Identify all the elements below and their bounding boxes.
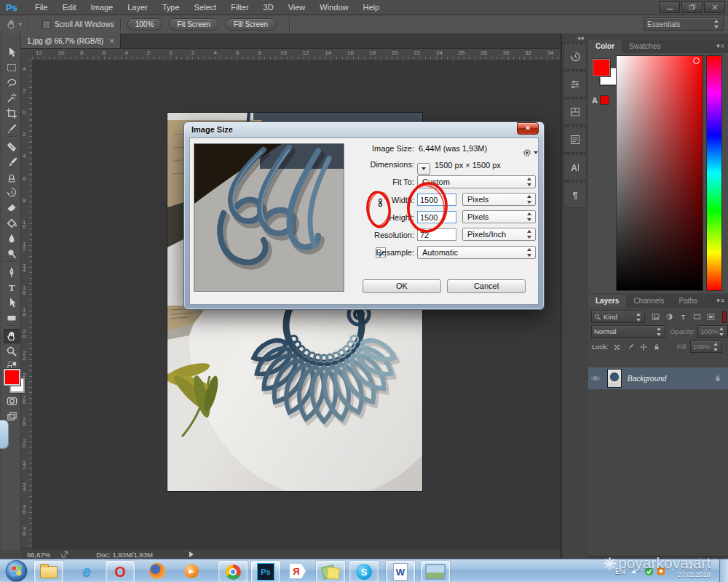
restore-button[interactable] (681, 1, 703, 13)
menu-3d[interactable]: 3D (256, 3, 281, 12)
menu-layer[interactable]: Layer (120, 3, 155, 12)
taskbar-word[interactable]: W (386, 561, 415, 582)
menu-type[interactable]: Type (155, 3, 187, 12)
lock-position-icon[interactable] (639, 343, 648, 351)
move-tool[interactable] (4, 45, 20, 60)
quick-mask-button[interactable] (4, 394, 20, 408)
resample-dropdown[interactable]: Automatic (417, 246, 536, 259)
minimize-button[interactable] (659, 1, 680, 13)
cancel-button[interactable]: Cancel (447, 279, 526, 293)
paint-bucket-tool[interactable] (4, 216, 20, 231)
zoom-level[interactable]: 66,67% (27, 551, 50, 559)
dimensions-dropdown-button[interactable] (417, 163, 430, 175)
brush-tool[interactable] (4, 155, 20, 170)
adjustment-layers-filter-icon[interactable] (665, 312, 674, 322)
workspace-selector[interactable]: Essentials (644, 17, 724, 31)
foreground-color-swatch[interactable] (4, 369, 20, 386)
menu-filter[interactable]: Filter (223, 3, 256, 12)
menu-file[interactable]: File (28, 3, 55, 12)
menu-select[interactable]: Select (187, 3, 224, 12)
image-preview[interactable] (194, 143, 344, 292)
menu-edit[interactable]: Edit (55, 3, 84, 12)
panel-icon-character[interactable]: A (563, 153, 587, 180)
doc-size[interactable]: Doc: 1,93M/1,93M (96, 551, 153, 559)
blend-mode-dropdown[interactable]: Normal (591, 325, 665, 338)
eyedropper-tool[interactable] (4, 121, 20, 136)
tray-clock[interactable]: 13:07 27.01.2018 (671, 563, 716, 579)
language-indicator[interactable]: EN (615, 567, 625, 575)
panel-menu-icon[interactable]: ▾≡ (716, 297, 725, 304)
shape-tool[interactable] (4, 311, 20, 325)
saturation-brightness-field[interactable] (616, 55, 703, 291)
gear-icon[interactable] (522, 148, 538, 158)
taskbar-yandex[interactable]: Я (284, 561, 312, 581)
dock-collapse-icon[interactable]: ◂◂ (574, 34, 587, 41)
panel-icon-info[interactable] (563, 97, 587, 125)
panel-icon-paragraph[interactable]: ¶ (563, 180, 587, 208)
screen-edge-widget[interactable] (0, 420, 9, 449)
panel-icon-history[interactable] (563, 42, 587, 70)
layer-filter-dropdown[interactable]: Kind (591, 311, 645, 323)
ok-button[interactable]: OK (363, 279, 441, 293)
panel-menu-icon[interactable]: ▾≡ (716, 42, 725, 49)
tab-close-icon[interactable]: × (109, 36, 114, 45)
zoom-100-button[interactable]: 100% (127, 18, 162, 31)
dodge-tool[interactable] (4, 247, 20, 261)
type-tool[interactable]: T (4, 280, 20, 295)
layer-thumbnail[interactable] (607, 369, 622, 388)
lasso-tool[interactable] (4, 76, 20, 90)
share-icon[interactable] (60, 551, 68, 559)
tab-paths[interactable]: Paths (672, 295, 705, 308)
dialog-close-button[interactable]: ✕ (517, 122, 539, 135)
status-arrow-icon[interactable] (189, 551, 194, 557)
taskbar-photoshop[interactable]: Ps (251, 561, 280, 582)
shape-layers-filter-icon[interactable] (692, 312, 702, 322)
color-picker-marker[interactable] (693, 57, 700, 64)
taskbar-viewer[interactable] (421, 561, 450, 582)
path-selection-tool[interactable] (4, 295, 20, 310)
foreground-color-swatch[interactable] (593, 59, 610, 76)
scroll-all-windows-checkbox[interactable] (42, 20, 51, 29)
tab-layers[interactable]: Layers (588, 295, 626, 308)
blur-tool[interactable] (4, 231, 20, 246)
menu-view[interactable]: View (281, 3, 313, 12)
start-button[interactable] (6, 560, 27, 581)
show-desktop-button[interactable] (719, 559, 728, 582)
resolution-unit-dropdown[interactable]: Pixels/Inch (462, 228, 536, 241)
tool-dropdown-caret[interactable]: ▾ (19, 21, 22, 28)
menu-image[interactable]: Image (84, 3, 121, 12)
filter-toggle[interactable] (722, 311, 727, 323)
lock-pixels-icon[interactable] (626, 343, 635, 351)
hand-tool[interactable] (4, 329, 20, 343)
magic-wand-tool[interactable] (4, 91, 20, 105)
tray-expand-icon[interactable] (631, 570, 637, 573)
panel-icon-properties[interactable] (563, 125, 587, 153)
taskbar-chrome[interactable] (218, 561, 248, 582)
fill-dropdown[interactable]: 100% (690, 340, 722, 353)
width-input[interactable] (417, 194, 456, 206)
lock-all-icon[interactable] (652, 343, 661, 351)
tray-green-check-icon[interactable] (644, 567, 654, 576)
document-tab[interactable]: 1.jpg @ 66,7% (RGB/8) × (21, 33, 121, 48)
smart-objects-filter-icon[interactable] (706, 312, 716, 322)
layer-row-background[interactable]: Background (588, 367, 728, 389)
marquee-tool[interactable] (4, 60, 20, 75)
hue-slider[interactable] (706, 55, 722, 291)
resolution-input[interactable] (417, 228, 456, 241)
zoom-tool[interactable] (4, 344, 20, 359)
menu-window[interactable]: Window (312, 3, 355, 12)
layer-visibility-eye-icon[interactable] (588, 373, 603, 383)
width-unit-dropdown[interactable]: Pixels (462, 193, 536, 206)
tab-channels[interactable]: Channels (626, 295, 671, 308)
fit-to-dropdown[interactable]: Custom (417, 175, 536, 188)
opacity-dropdown[interactable]: 100% (697, 325, 728, 338)
taskbar-ie[interactable]: e (73, 561, 100, 581)
menu-help[interactable]: Help (355, 3, 387, 12)
panel-icon-tool-presets[interactable] (563, 70, 587, 97)
taskbar-explorer[interactable] (34, 561, 63, 582)
pen-tool[interactable] (4, 265, 20, 279)
history-brush-tool[interactable] (4, 186, 20, 200)
type-layers-filter-icon[interactable]: T (678, 312, 688, 322)
tray-orange-app-icon[interactable] (657, 567, 665, 575)
fill-screen-button[interactable]: Fill Screen (226, 18, 276, 31)
